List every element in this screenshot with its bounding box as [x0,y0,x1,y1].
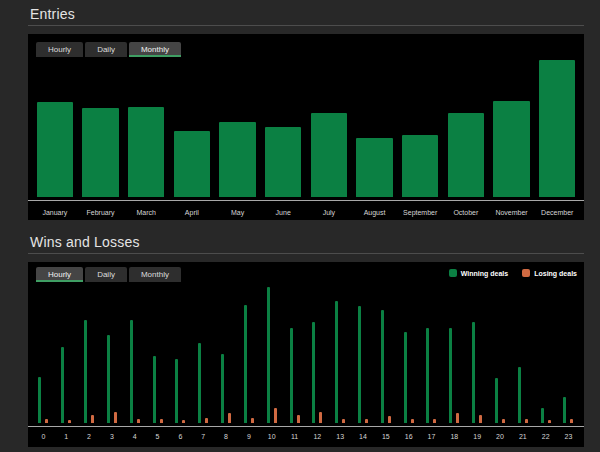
bar-pair-hour-13 [329,301,352,423]
bar-cell-december [534,60,580,197]
bar-pair-hour-14 [352,306,375,423]
winning-bar-hour-1 [61,347,64,423]
tab-daily-wins[interactable]: Daily [85,267,127,282]
losing-bar-hour-13 [342,419,345,423]
losing-bar-hour-20 [502,419,505,423]
x-label-hour-13: 13 [329,433,352,440]
legend-label-losing: Losing deals [534,270,577,277]
bar-pair-hour-22 [534,408,557,423]
tab-monthly-entries[interactable]: Monthly [129,42,181,57]
entries-toggle-group: Hourly Daily Monthly [36,42,181,57]
x-label-september: September [397,209,443,216]
bar-cell-november [489,101,535,197]
bar-pair-hour-3 [100,335,123,423]
wins-plot [32,262,580,423]
losing-bar-hour-0 [45,419,48,423]
losing-bar-hour-2 [91,415,94,423]
x-label-hour-5: 5 [146,433,169,440]
x-label-october: October [443,209,489,216]
legend-item-winning-deals[interactable]: Winning deals [449,269,508,277]
tab-monthly-wins[interactable]: Monthly [129,267,181,282]
losing-bar-hour-23 [570,419,573,423]
bar-cell-january [32,102,78,197]
x-label-june: June [260,209,306,216]
winning-bar-hour-17 [426,328,429,423]
x-label-hour-19: 19 [466,433,489,440]
bar-december [539,60,576,197]
bar-november [493,101,530,197]
bar-june [265,127,302,197]
bar-may [219,122,256,197]
winning-bar-hour-9 [244,305,247,423]
winning-bar-hour-20 [495,378,498,423]
x-label-july: July [306,209,352,216]
bar-july [311,113,348,197]
losing-bar-hour-12 [319,412,322,423]
x-label-hour-7: 7 [192,433,215,440]
bar-cell-may [215,122,261,197]
entries-labels: JanuaryFebruaryMarchAprilMayJuneJulyAugu… [32,209,580,216]
losing-bar-hour-10 [274,408,277,423]
bar-pair-hour-12 [306,322,329,423]
bar-cell-october [443,113,489,197]
bar-pair-hour-19 [466,322,489,423]
winning-bar-hour-23 [563,397,566,423]
x-label-december: December [534,209,580,216]
x-label-april: April [169,209,215,216]
bar-pair-hour-11 [283,328,306,423]
x-label-january: January [32,209,78,216]
losing-bar-hour-21 [525,419,528,423]
x-label-hour-3: 3 [100,433,123,440]
losing-bar-hour-18 [456,413,459,423]
bar-pair-hour-23 [557,397,580,423]
losing-bar-hour-8 [228,413,231,423]
losing-bar-hour-6 [182,420,185,423]
bar-pair-hour-4 [123,320,146,423]
winning-bar-hour-0 [38,377,41,423]
winning-bar-hour-22 [541,408,544,423]
bar-october [448,113,485,197]
legend-item-losing-deals[interactable]: Losing deals [522,269,577,277]
winning-bar-hour-18 [449,328,452,423]
bar-pair-hour-15 [374,310,397,423]
entries-plot [32,34,580,197]
tab-hourly-wins[interactable]: Hourly [36,267,83,282]
bar-cell-april [169,131,215,197]
x-label-hour-4: 4 [123,433,146,440]
bar-pair-hour-5 [146,356,169,423]
bar-pair-hour-1 [55,347,78,423]
losing-bar-hour-15 [388,416,391,423]
winning-bar-hour-2 [84,320,87,423]
entries-x-axis [28,200,584,201]
winning-bar-hour-3 [107,335,110,423]
winning-deals-swatch-icon [449,269,457,277]
wins-x-axis [28,426,584,427]
losing-bar-hour-17 [433,419,436,423]
winning-bar-hour-10 [267,287,270,423]
bar-pair-hour-20 [489,378,512,423]
losing-bar-hour-7 [205,418,208,423]
x-label-march: March [123,209,169,216]
tab-daily-entries[interactable]: Daily [85,42,127,57]
wins-chart-panel: Hourly Daily Monthly Winning deals Losin… [28,262,584,447]
winning-bar-hour-8 [221,354,224,423]
x-label-hour-17: 17 [420,433,443,440]
losing-bar-hour-9 [251,418,254,423]
x-label-hour-21: 21 [511,433,534,440]
losing-bar-hour-11 [297,415,300,423]
wins-divider [28,253,584,254]
losing-bar-hour-14 [365,419,368,423]
bar-pair-hour-8 [215,354,238,423]
bar-pair-hour-2 [78,320,101,423]
bar-pair-hour-7 [192,343,215,423]
winning-bar-hour-12 [312,322,315,423]
bar-pair-hour-16 [397,332,420,423]
bar-pair-hour-9 [237,305,260,423]
tab-hourly-entries[interactable]: Hourly [36,42,83,57]
bar-pair-hour-17 [420,328,443,423]
x-label-hour-8: 8 [215,433,238,440]
losing-bar-hour-5 [160,419,163,423]
bar-february [82,108,119,197]
bar-january [37,102,74,197]
x-label-hour-12: 12 [306,433,329,440]
